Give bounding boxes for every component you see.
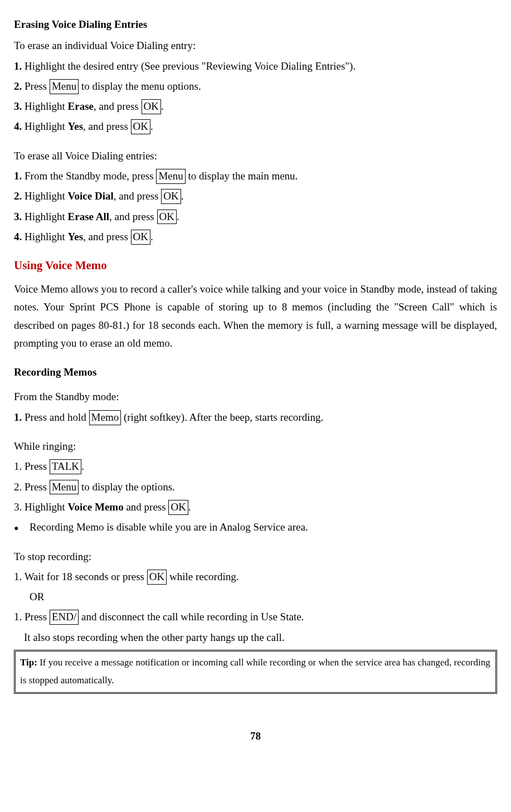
- stop-recording-intro: To stop recording:: [14, 548, 497, 566]
- step-text: and press: [124, 501, 169, 513]
- heading-voice-memo: Using Voice Memo: [14, 256, 497, 276]
- intro-erase-individual: To erase an individual Voice Dialing ent…: [14, 37, 497, 55]
- step-text: .: [150, 231, 153, 242]
- menu-button: Menu: [50, 480, 79, 495]
- step-line: 2. Press Menu to display the options.: [14, 478, 497, 496]
- step-text: , and press: [94, 100, 141, 112]
- ok-button: OK: [131, 230, 150, 245]
- menu-option: Voice Memo: [68, 501, 124, 513]
- step-line: 1. Highlight the desired entry (See prev…: [14, 57, 497, 75]
- step-line: 1. Press and hold Memo (right softkey). …: [14, 409, 497, 426]
- step-text: , and press: [114, 190, 161, 202]
- step-text: Highlight: [22, 100, 67, 112]
- step-line: 4. Highlight Yes, and press OK.: [14, 118, 497, 135]
- step-line: 2. Press Menu to display the menu option…: [14, 77, 497, 95]
- page-number: 78: [14, 727, 497, 745]
- ok-button: OK: [161, 189, 181, 204]
- menu-button: Menu: [50, 79, 79, 94]
- end-button: END/: [50, 610, 79, 625]
- step-text: .: [181, 190, 184, 202]
- step-text: 2. Press: [14, 481, 50, 493]
- menu-button: Menu: [156, 169, 185, 184]
- bullet-text: Recording Memo is disable while you are …: [30, 521, 308, 533]
- ok-button: OK: [142, 99, 161, 114]
- ok-button: OK: [131, 119, 150, 134]
- step-number: 1.: [14, 411, 22, 423]
- memo-button: Memo: [89, 410, 121, 425]
- step-number: 3.: [14, 211, 22, 222]
- step-text: while recording.: [167, 571, 239, 582]
- ok-button: OK: [157, 210, 177, 225]
- step-text: 3. Highlight: [14, 501, 68, 513]
- step-line: 2. Highlight Voice Dial, and press OK.: [14, 187, 497, 205]
- step-text: , and press: [109, 211, 157, 222]
- step-text: Press and hold: [22, 411, 89, 423]
- step-text: Highlight: [22, 120, 67, 132]
- step-line: 3. Highlight Erase, and press OK.: [14, 98, 497, 115]
- step-text: .: [161, 100, 164, 112]
- menu-option: Voice Dial: [68, 190, 114, 202]
- stop-note: It also stops recording when the other p…: [24, 629, 497, 646]
- step-number: 4.: [14, 231, 22, 242]
- tip-text: If you receive a message notification or…: [20, 657, 490, 685]
- step-number: 1.: [14, 170, 22, 182]
- step-text: From the Standby mode, press: [22, 170, 156, 182]
- step-number: 4.: [14, 120, 22, 132]
- step-text: Highlight the desired entry (See previou…: [22, 60, 356, 72]
- step-text: 1. Wait for 18 seconds or press: [14, 571, 147, 582]
- step-text: Highlight: [22, 231, 67, 242]
- ok-button: OK: [168, 500, 188, 515]
- step-text: to display the options.: [79, 481, 175, 493]
- step-number: 2.: [14, 80, 22, 92]
- step-number: 2.: [14, 190, 22, 202]
- step-text: Press: [22, 80, 50, 92]
- step-text: .: [150, 120, 153, 132]
- step-text: 1. Press: [14, 460, 50, 472]
- step-line: 1. Wait for 18 seconds or press OK while…: [14, 568, 497, 586]
- menu-option: Erase: [68, 100, 94, 112]
- step-line: 4. Highlight Yes, and press OK.: [14, 228, 497, 246]
- subheading-recording: Recording Memos: [14, 363, 497, 381]
- ringing-intro: While ringing:: [14, 437, 497, 455]
- step-text: Highlight: [22, 211, 67, 222]
- step-line: 1. Press END/ and disconnect the call wh…: [14, 608, 497, 626]
- menu-option: Erase All: [68, 211, 109, 222]
- menu-option: Yes: [68, 231, 83, 242]
- bullet-note: ●Recording Memo is disable while you are…: [30, 518, 497, 536]
- tip-box: Tip: If you receive a message notificati…: [14, 650, 497, 694]
- bullet-icon: ●: [14, 522, 30, 535]
- step-number: 3.: [14, 100, 22, 112]
- step-text: and disconnect the call while recording …: [79, 611, 304, 623]
- step-text: Highlight: [22, 190, 67, 202]
- section-title-erasing: Erasing Voice Dialing Entries: [14, 16, 497, 33]
- step-text: (right softkey). After the beep, starts …: [121, 411, 323, 423]
- talk-button: TALK: [50, 459, 81, 474]
- ok-button: OK: [147, 570, 167, 585]
- or-text: OR: [30, 588, 497, 606]
- step-text: to display the main menu.: [186, 170, 298, 182]
- step-text: .: [177, 211, 179, 222]
- menu-option: Yes: [68, 120, 83, 132]
- intro-erase-all: To erase all Voice Dialing entries:: [14, 147, 497, 165]
- step-text: , and press: [83, 120, 130, 132]
- step-line: 1. Press TALK.: [14, 458, 497, 475]
- step-text: .: [81, 460, 84, 472]
- voice-memo-description: Voice Memo allows you to record a caller…: [14, 280, 497, 352]
- step-text: to display the menu options.: [79, 80, 201, 92]
- step-number: 1.: [14, 60, 22, 72]
- step-text: 1. Press: [14, 611, 50, 623]
- step-line: 1. From the Standby mode, press Menu to …: [14, 167, 497, 185]
- step-line: 3. Highlight Erase All, and press OK.: [14, 208, 497, 226]
- standby-intro: From the Standby mode:: [14, 388, 497, 406]
- step-text: .: [188, 501, 191, 513]
- tip-label: Tip:: [20, 657, 37, 668]
- step-text: , and press: [83, 231, 130, 242]
- step-line: 3. Highlight Voice Memo and press OK.: [14, 498, 497, 516]
